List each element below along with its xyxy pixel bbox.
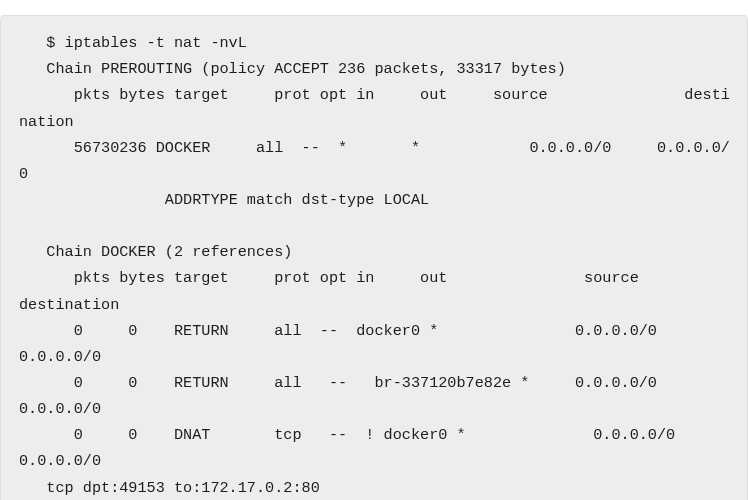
terminal-output: $ iptables -t nat -nvL Chain PREROUTING … <box>0 15 748 500</box>
code-content: $ iptables -t nat -nvL Chain PREROUTING … <box>19 34 748 500</box>
